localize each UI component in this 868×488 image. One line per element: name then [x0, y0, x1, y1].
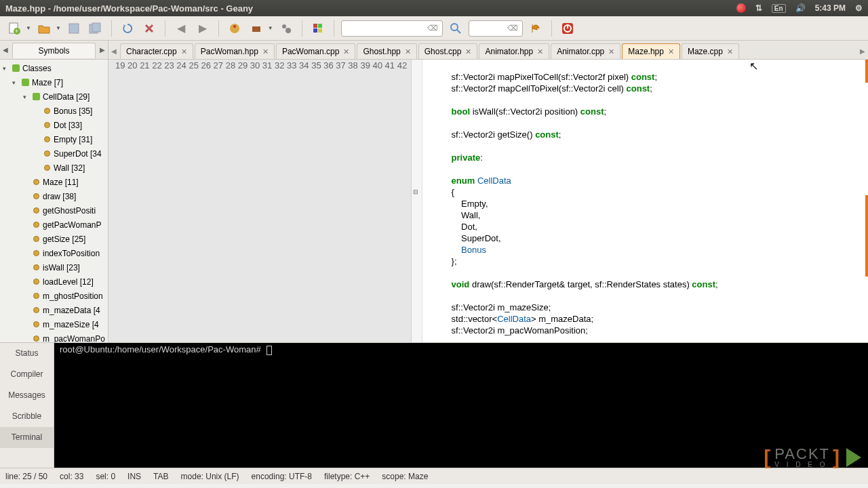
editor-tab[interactable]: Maze.hpp✕	[622, 43, 680, 59]
editor-tab[interactable]: Animator.hpp✕	[479, 43, 549, 59]
tree-node-maze[interactable]: Maze [7]	[32, 78, 63, 87]
editor-tab[interactable]: Maze.cpp✕	[682, 43, 739, 59]
tree-leaf[interactable]: getPacWomanP	[43, 220, 102, 230]
terminal-prompt: root@Ubuntu:/home/user/Workspace/Pac-Wom…	[60, 344, 261, 354]
tree-leaf[interactable]: Bonus [35]	[54, 106, 92, 116]
svg-point-15	[451, 24, 458, 30]
tree-leaf[interactable]: indexToPosition	[43, 249, 100, 258]
message-tab-terminal[interactable]: Terminal	[0, 427, 54, 448]
tree-leaf[interactable]: m_mazeSize [4	[43, 320, 99, 329]
code-content[interactable]: sf::Vector2i mapPixelToCell(sf::Vector2f…	[422, 60, 868, 342]
tree-leaf[interactable]: isWall [23]	[43, 263, 80, 272]
status-filetype: filetype: C++	[324, 472, 370, 481]
close-icon[interactable]: ✕	[537, 47, 543, 56]
close-icon[interactable]: ✕	[668, 47, 674, 56]
close-icon[interactable]: ✕	[608, 47, 614, 56]
tree-node-classes[interactable]: Classes	[22, 64, 52, 73]
fold-gutter[interactable]: ⊟	[412, 60, 422, 342]
search-button[interactable]	[447, 20, 465, 37]
close-button[interactable]	[140, 20, 158, 37]
editor-tab[interactable]: PacWoman.hpp✕	[195, 43, 275, 59]
volume-icon[interactable]: 🔊	[795, 3, 806, 13]
execute-button[interactable]	[277, 20, 295, 37]
close-icon[interactable]: ✕	[343, 47, 349, 56]
message-tab-status[interactable]: Status	[0, 343, 54, 364]
bottom-panel: StatusCompilerMessagesScribbleTerminal r…	[0, 342, 868, 468]
sidebar-tab-symbols[interactable]: Symbols	[12, 43, 96, 58]
tab-label: Ghost.hpp	[363, 47, 400, 56]
svg-point-9	[282, 24, 286, 28]
tree-leaf[interactable]: draw [38]	[43, 192, 76, 201]
tree-leaf[interactable]: getGhostPositi	[43, 206, 96, 216]
code-editor[interactable]: 19 20 21 22 23 24 25 26 27 28 29 30 31 3…	[108, 60, 868, 342]
tree-leaf[interactable]: Dot [33]	[54, 121, 82, 130]
tab-scroll-right[interactable]: ▶	[97, 46, 108, 54]
fold-collapse-icon[interactable]: ⊟	[413, 186, 418, 198]
tab-label: PacWoman.hpp	[201, 47, 258, 56]
tree-leaf[interactable]: Maze [11]	[43, 178, 79, 187]
tab-scroll-right[interactable]: ▶	[857, 47, 868, 59]
search-input[interactable]: ⌫	[341, 20, 443, 37]
message-tab-messages[interactable]: Messages	[0, 385, 54, 406]
symbols-tree[interactable]: ▾Classes ▾Maze [7] ▾CellData [29] Bonus …	[0, 60, 108, 342]
message-tab-compiler[interactable]: Compiler	[0, 364, 54, 385]
close-icon[interactable]: ✕	[405, 47, 411, 56]
tab-scroll-left[interactable]: ◀	[0, 46, 11, 54]
tree-leaf[interactable]: Wall [32]	[54, 163, 85, 173]
compile-button[interactable]	[226, 20, 243, 37]
new-file-button[interactable]: +	[5, 20, 23, 37]
save-all-button[interactable]	[87, 20, 104, 37]
message-tab-scribble[interactable]: Scribble	[0, 406, 54, 427]
tree-leaf[interactable]: m_mazeData [4	[43, 306, 100, 315]
close-icon[interactable]: ✕	[727, 47, 733, 56]
tree-leaf[interactable]: loadLevel [12]	[43, 277, 94, 287]
packt-watermark: [ PACKT V I D E O ]	[764, 446, 861, 469]
status-line: line: 25 / 50	[5, 472, 47, 481]
message-tabs: StatusCompilerMessagesScribbleTerminal	[0, 343, 54, 468]
tree-leaf[interactable]: m_ghostPosition	[43, 291, 103, 301]
goto-button[interactable]	[527, 20, 545, 37]
editor-tab[interactable]: Ghost.hpp✕	[357, 43, 416, 59]
record-icon[interactable]	[736, 3, 746, 13]
network-icon[interactable]: ⇅	[755, 3, 762, 13]
tab-label: Maze.cpp	[688, 47, 723, 56]
close-icon[interactable]: ✕	[465, 47, 471, 56]
dropdown-icon[interactable]: ▼	[26, 25, 31, 31]
window-title: Maze.hpp - /home/user/Workspace/Pac-Woma…	[5, 3, 736, 14]
editor-tab[interactable]: Animator.cpp✕	[551, 43, 620, 59]
status-scope: scope: Maze	[382, 472, 428, 481]
tab-label: Character.cpp	[126, 47, 177, 56]
tree-node-celldata[interactable]: CellData [29]	[43, 92, 90, 102]
main-toolbar: + ▼ ▼ ◀ ▶ ▼ ⌫ ⌫	[0, 16, 868, 41]
editor-tab[interactable]: Character.cpp✕	[120, 43, 193, 59]
color-picker-button[interactable]	[309, 20, 327, 37]
statusbar: line: 25 / 50 col: 33 sel: 0 INS TAB mod…	[0, 468, 868, 484]
editor-tab[interactable]: PacWoman.cpp✕	[276, 43, 356, 59]
quit-button[interactable]	[559, 20, 576, 37]
clock[interactable]: 5:43 PM	[815, 3, 846, 13]
close-icon[interactable]: ✕	[181, 47, 187, 56]
tree-leaf[interactable]: m_pacWomanPo	[43, 334, 105, 343]
tree-leaf[interactable]: Empty [31]	[54, 135, 92, 144]
close-icon[interactable]: ✕	[262, 47, 269, 56]
clear-icon[interactable]: ⌫	[507, 24, 518, 33]
tree-leaf[interactable]: getSize [25]	[43, 235, 85, 244]
terminal[interactable]: root@Ubuntu:/home/user/Workspace/Pac-Wom…	[54, 343, 868, 468]
tree-leaf[interactable]: SuperDot [34	[54, 149, 102, 159]
goto-line-input[interactable]: ⌫	[469, 20, 523, 37]
save-button[interactable]	[65, 20, 83, 37]
dropdown-icon[interactable]: ▼	[56, 25, 61, 31]
nav-forward-button[interactable]: ▶	[194, 20, 212, 37]
svg-point-10	[285, 28, 291, 33]
reload-button[interactable]	[119, 20, 136, 37]
editor-tab[interactable]: Ghost.cpp✕	[418, 43, 478, 59]
status-sel: sel: 0	[96, 472, 115, 481]
open-file-button[interactable]	[35, 20, 53, 37]
language-indicator[interactable]: En	[772, 4, 786, 13]
nav-back-button[interactable]: ◀	[172, 20, 190, 37]
tab-scroll-left[interactable]: ◀	[108, 47, 119, 59]
settings-gear-icon[interactable]: ⚙	[855, 3, 863, 13]
build-button[interactable]	[248, 20, 265, 37]
dropdown-icon[interactable]: ▼	[268, 25, 273, 31]
clear-icon[interactable]: ⌫	[427, 24, 438, 33]
